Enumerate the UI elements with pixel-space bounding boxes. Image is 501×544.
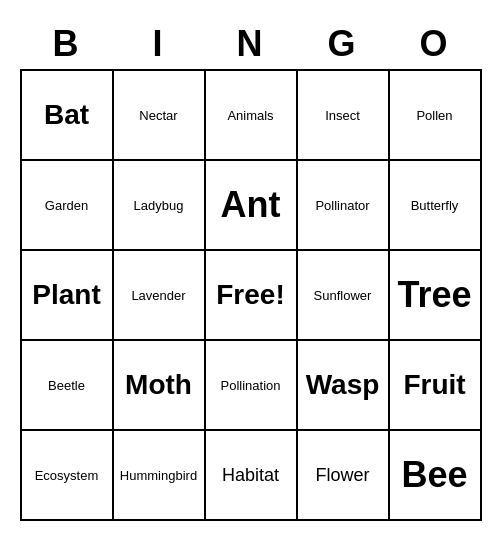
cell-4-4: Bee (390, 431, 482, 521)
cell-0-3: Insect (298, 71, 390, 161)
header-letter: O (389, 23, 481, 65)
bingo-header: BINGO (21, 23, 481, 65)
cell-1-4: Butterfly (390, 161, 482, 251)
header-letter: I (113, 23, 205, 65)
cell-0-0: Bat (22, 71, 114, 161)
cell-text: Lavender (131, 288, 185, 303)
cell-3-4: Fruit (390, 341, 482, 431)
cell-3-3: Wasp (298, 341, 390, 431)
cell-text: Butterfly (411, 198, 459, 213)
cell-text: Ecosystem (35, 468, 99, 483)
cell-text: Habitat (222, 465, 279, 486)
cell-0-4: Pollen (390, 71, 482, 161)
cell-4-3: Flower (298, 431, 390, 521)
cell-text: Plant (32, 279, 100, 311)
cell-text: Pollen (416, 108, 452, 123)
cell-text: Bat (44, 99, 89, 131)
cell-1-2: Ant (206, 161, 298, 251)
header-letter: G (297, 23, 389, 65)
cell-text: Nectar (139, 108, 177, 123)
cell-text: Fruit (403, 369, 465, 401)
cell-text: Free! (216, 279, 284, 311)
cell-text: Animals (227, 108, 273, 123)
header-letter: N (205, 23, 297, 65)
cell-text: Tree (397, 274, 471, 316)
cell-1-0: Garden (22, 161, 114, 251)
cell-text: Sunflower (314, 288, 372, 303)
cell-text: Flower (315, 465, 369, 486)
cell-text: Ladybug (134, 198, 184, 213)
cell-text: Bee (401, 454, 467, 496)
cell-text: Ant (221, 184, 281, 226)
bingo-grid: BatNectarAnimalsInsectPollenGardenLadybu… (20, 69, 482, 521)
cell-text: Pollinator (315, 198, 369, 213)
cell-4-1: Hummingbird (114, 431, 206, 521)
cell-2-4: Tree (390, 251, 482, 341)
cell-0-1: Nectar (114, 71, 206, 161)
cell-2-0: Plant (22, 251, 114, 341)
cell-text: Moth (125, 369, 192, 401)
cell-text: Wasp (306, 369, 380, 401)
cell-text: Beetle (48, 378, 85, 393)
cell-1-1: Ladybug (114, 161, 206, 251)
cell-4-2: Habitat (206, 431, 298, 521)
cell-text: Insect (325, 108, 360, 123)
cell-2-2: Free! (206, 251, 298, 341)
cell-text: Hummingbird (120, 468, 197, 483)
cell-1-3: Pollinator (298, 161, 390, 251)
header-letter: B (21, 23, 113, 65)
bingo-card: BINGO BatNectarAnimalsInsectPollenGarden… (10, 13, 492, 531)
cell-text: Pollination (221, 378, 281, 393)
cell-3-0: Beetle (22, 341, 114, 431)
cell-4-0: Ecosystem (22, 431, 114, 521)
cell-2-3: Sunflower (298, 251, 390, 341)
cell-3-1: Moth (114, 341, 206, 431)
cell-0-2: Animals (206, 71, 298, 161)
cell-text: Garden (45, 198, 88, 213)
cell-2-1: Lavender (114, 251, 206, 341)
cell-3-2: Pollination (206, 341, 298, 431)
